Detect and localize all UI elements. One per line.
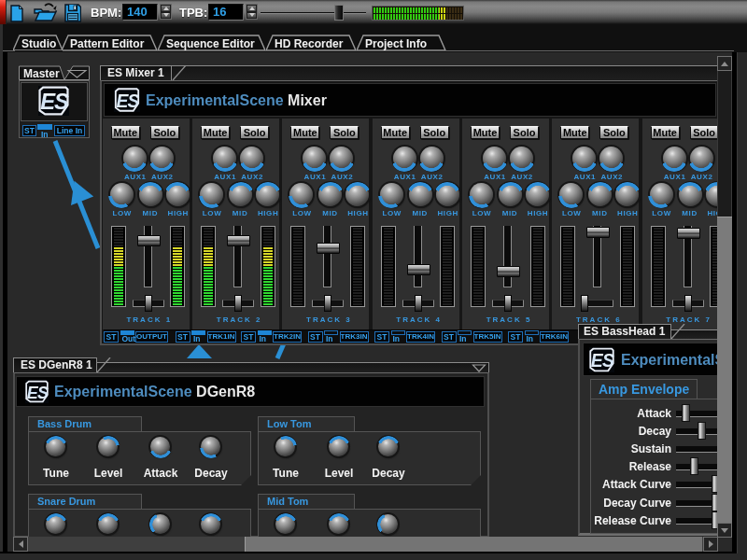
svg-text:Master: Master	[23, 67, 60, 80]
svg-text:ES: ES	[27, 384, 49, 402]
svg-text:ES: ES	[116, 91, 139, 111]
svg-text:ES: ES	[591, 350, 614, 371]
svg-text:ES: ES	[40, 90, 69, 114]
